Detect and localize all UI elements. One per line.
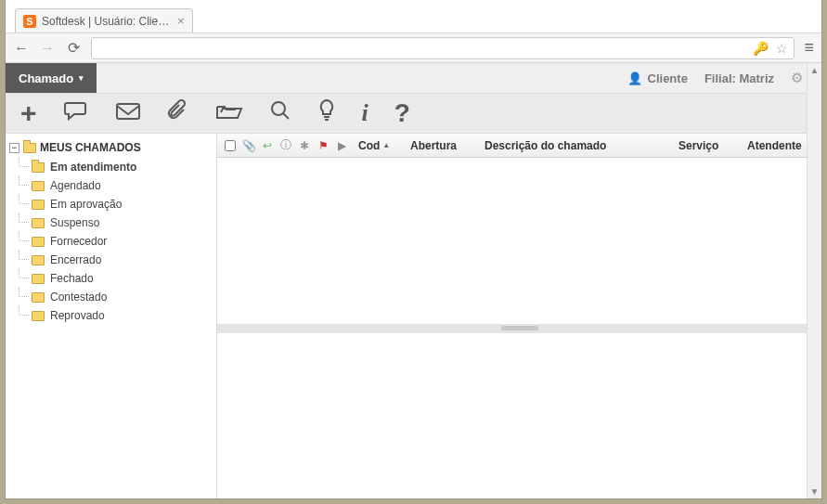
star-icon[interactable]: ☆	[776, 41, 788, 56]
column-servico[interactable]: Serviço	[673, 139, 738, 152]
speech-icon	[63, 99, 89, 128]
folder-icon	[32, 292, 45, 303]
favicon-icon: S	[23, 15, 36, 28]
splitter[interactable]	[217, 324, 821, 333]
info-icon: i	[362, 99, 368, 127]
grid-body[interactable]	[217, 158, 821, 324]
tree-item-contestado[interactable]: Contestado	[32, 288, 213, 306]
tree-item-em-aprovacao[interactable]: Em aprovação	[32, 195, 213, 213]
tree-item-label: Contestado	[50, 291, 107, 304]
scroll-down-icon[interactable]: ▼	[810, 486, 820, 497]
idea-button[interactable]	[317, 98, 336, 129]
column-abertura[interactable]: Abertura	[405, 139, 475, 152]
folder-icon	[32, 162, 45, 173]
scroll-up-icon[interactable]: ▲	[810, 65, 820, 75]
folder-icon	[32, 200, 45, 210]
sort-asc-icon: ▲	[382, 141, 390, 149]
reply-col-icon[interactable]: ↩	[260, 139, 275, 152]
browser-tab[interactable]: S Softdesk | Usuário: Cliente ×	[15, 8, 193, 32]
tree-item-fechado[interactable]: Fechado	[32, 269, 213, 288]
question-icon: ?	[394, 98, 410, 128]
forward-button[interactable]: →	[39, 40, 56, 57]
tree-item-label: Fornecedor	[50, 235, 107, 248]
tree-root[interactable]: − MEUS CHAMADOS	[9, 139, 213, 156]
select-all-checkbox[interactable]	[223, 140, 238, 151]
tree-item-reprovado[interactable]: Reprovado	[32, 306, 213, 325]
column-atendente[interactable]: Atendente	[742, 139, 816, 152]
plus-icon: +	[20, 97, 37, 129]
info-button[interactable]: i	[362, 99, 368, 127]
attach-button[interactable]	[167, 98, 189, 129]
vertical-scrollbar[interactable]: ▲ ▼	[807, 63, 821, 498]
tree-item-label: Suspenso	[50, 216, 99, 229]
folder-icon	[32, 218, 45, 228]
envelope-icon	[115, 99, 141, 128]
sidebar-tree: − MEUS CHAMADOS Em atendimento Agendado …	[6, 134, 217, 498]
play-col-icon[interactable]: ▶	[334, 139, 349, 152]
tree-item-label: Encerrado	[50, 253, 101, 266]
browser-menu-button[interactable]: ≡	[804, 38, 814, 58]
back-button[interactable]: ←	[13, 40, 30, 57]
browser-tab-strip: S Softdesk | Usuário: Cliente ×	[6, 7, 821, 33]
info-col-icon[interactable]: ⓘ	[278, 137, 293, 153]
lightbulb-icon	[317, 98, 336, 129]
tree-item-encerrado[interactable]: Encerrado	[32, 251, 213, 269]
settings-button[interactable]: ⚙	[791, 70, 803, 86]
tree-item-agendado[interactable]: Agendado	[32, 176, 213, 195]
svg-rect-0	[117, 104, 139, 119]
chat-button[interactable]	[63, 99, 89, 128]
tree-item-label: Fechado	[50, 272, 94, 285]
user-label: Cliente	[648, 71, 688, 85]
expander-icon[interactable]: −	[9, 143, 19, 153]
svg-point-1	[272, 102, 285, 115]
tree-root-label: MEUS CHAMADOS	[40, 141, 141, 154]
address-bar[interactable]: 🔑 ☆	[91, 37, 795, 59]
magnifier-icon	[269, 99, 291, 128]
gear-icon: ⚙	[791, 70, 803, 85]
chamado-dropdown[interactable]: Chamado ▾	[6, 63, 97, 93]
user-icon: 👤	[627, 71, 642, 85]
filial-link[interactable]: Filial: Matriz	[704, 71, 774, 85]
tree-item-fornecedor[interactable]: Fornecedor	[32, 232, 213, 251]
paperclip-icon	[167, 98, 189, 129]
grid-header: 📎 ↩ ⓘ ✱ ⚑ ▶ Cod▲ Abertura Descrição do c…	[217, 134, 821, 158]
folder-button[interactable]	[215, 99, 243, 128]
flag-col-icon[interactable]: ⚑	[316, 139, 330, 152]
folder-open-icon	[23, 143, 36, 153]
column-descricao[interactable]: Descrição do chamado	[479, 139, 669, 152]
tree-item-label: Em aprovação	[50, 198, 122, 211]
search-button[interactable]	[269, 99, 291, 128]
filial-label: Filial: Matriz	[704, 71, 774, 85]
help-button[interactable]: ?	[394, 98, 410, 128]
column-cod[interactable]: Cod▲	[353, 139, 401, 152]
tree-item-em-atendimento[interactable]: Em atendimento	[32, 158, 213, 176]
folder-icon	[32, 255, 45, 265]
attachment-col-icon[interactable]: 📎	[241, 139, 256, 152]
splitter-handle-icon	[501, 326, 538, 330]
tree-item-label: Em atendimento	[50, 161, 136, 174]
mail-button[interactable]	[115, 99, 141, 128]
detail-pane	[217, 333, 821, 499]
folder-open-icon	[215, 99, 243, 128]
folder-icon	[32, 311, 45, 321]
folder-icon	[32, 274, 45, 284]
key-icon: 🔑	[753, 41, 769, 56]
folder-icon	[32, 181, 45, 191]
caret-down-icon: ▾	[79, 73, 84, 83]
reload-button[interactable]: ⟳	[65, 40, 82, 57]
tree-item-label: Agendado	[50, 179, 101, 192]
tree-item-label: Reprovado	[50, 309, 105, 322]
user-link[interactable]: 👤 Cliente	[627, 71, 688, 85]
tree-item-suspenso[interactable]: Suspenso	[32, 213, 213, 232]
status-col-icon[interactable]: ✱	[297, 139, 312, 152]
dropdown-label: Chamado	[19, 71, 73, 85]
tab-title: Softdesk | Usuário: Cliente	[42, 15, 172, 28]
folder-icon	[32, 237, 45, 247]
new-button[interactable]: +	[20, 97, 37, 129]
close-tab-icon[interactable]: ×	[177, 14, 185, 28]
